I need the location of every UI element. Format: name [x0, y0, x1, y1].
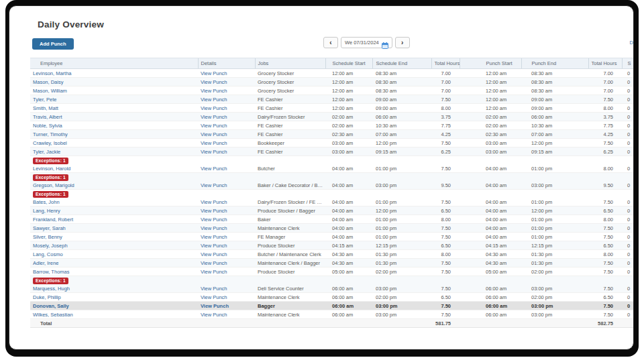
- date-field[interactable]: We 07/31/2024: [341, 37, 392, 48]
- view-punch-link[interactable]: View Punch: [201, 269, 227, 275]
- table-row[interactable]: Tyler, JackieView PunchFE Cashier03:00 a…: [30, 147, 634, 156]
- column-header-punch-total-hours[interactable]: Total Hours: [588, 58, 622, 69]
- table-row[interactable]: Lang, CosmoView PunchButcher / Maintenan…: [30, 250, 634, 259]
- column-header-employee[interactable]: Employee: [30, 58, 198, 69]
- employee-link[interactable]: Smith, Matt: [33, 105, 58, 111]
- view-punch-link[interactable]: View Punch: [201, 149, 227, 155]
- view-punch-link[interactable]: View Punch: [201, 294, 227, 300]
- schedule-total-cell: 7.50: [431, 302, 460, 310]
- table-row[interactable]: Lang, HenryView PunchProduce Stocker / B…: [30, 206, 634, 215]
- employee-link[interactable]: Levinson, Martha: [33, 70, 72, 76]
- employee-link[interactable]: Sawyer, Sarah: [33, 225, 66, 231]
- next-day-button[interactable]: ›: [395, 37, 410, 48]
- schedule-end-cell: 01:00 pm: [372, 233, 431, 241]
- view-punch-link[interactable]: View Punch: [201, 166, 227, 172]
- column-header-jobs[interactable]: Jobs: [255, 58, 325, 69]
- employee-link[interactable]: Mosely, Joseph: [33, 243, 68, 249]
- employee-link[interactable]: Crawley, Isobel: [33, 140, 67, 146]
- employee-link[interactable]: Turner, Timothy: [33, 131, 68, 137]
- table-row[interactable]: Crawley, IsobelView PunchBookkeeper03:00…: [30, 139, 634, 147]
- table-row[interactable]: Noble, SylviaView PunchFE Cashier02:00 a…: [30, 121, 634, 130]
- employee-link[interactable]: Tyler, Pete: [33, 97, 56, 103]
- table-row[interactable]: Turner, TimothyView PunchFE Cashier02:30…: [30, 130, 634, 139]
- employee-link[interactable]: Barrow, Thomas: [33, 269, 69, 275]
- table-row[interactable]: Silver, BennyView PunchFE Manager04:00 a…: [30, 233, 634, 241]
- view-punch-link[interactable]: View Punch: [201, 105, 227, 111]
- calendar-icon[interactable]: [382, 40, 388, 46]
- table-row[interactable]: Duke, PhillipView PunchMaintenance Clerk…: [30, 293, 634, 302]
- employee-link[interactable]: Marquess, Hugh: [33, 286, 70, 292]
- column-header-punch-end[interactable]: Punch End: [521, 58, 588, 69]
- punch-end-cell: 03:00 pm: [521, 173, 588, 190]
- schedule-end-cell: 03:00 pm: [372, 302, 431, 310]
- view-punch-link[interactable]: View Punch: [201, 79, 227, 85]
- view-punch-link[interactable]: View Punch: [201, 70, 227, 76]
- employee-link[interactable]: Mason, William: [33, 88, 67, 94]
- view-punch-link[interactable]: View Punch: [201, 303, 229, 309]
- add-punch-button[interactable]: Add Punch: [32, 38, 74, 50]
- employee-link[interactable]: Tyler, Jackie: [33, 149, 60, 155]
- table-row[interactable]: Wilkes, SebastianView PunchMaintenance C…: [30, 310, 634, 319]
- schedule-start-cell: 02:00 am: [325, 113, 372, 121]
- view-punch-link[interactable]: View Punch: [201, 260, 227, 266]
- table-row[interactable]: Barrow, ThomasView PunchProduce Stocker0…: [30, 267, 634, 276]
- table-row[interactable]: Exceptions: 1Marquess, HughView PunchDel…: [30, 276, 634, 293]
- employee-link[interactable]: Lang, Cosmo: [33, 251, 63, 257]
- column-header-total-hours[interactable]: Total Hours: [431, 58, 460, 69]
- view-punch-link[interactable]: View Punch: [201, 199, 227, 205]
- view-punch-link[interactable]: View Punch: [201, 140, 227, 146]
- view-punch-link[interactable]: View Punch: [201, 234, 227, 240]
- punch-end-cell: 12:15 pm: [521, 241, 588, 250]
- employee-link[interactable]: Donovan, Sally: [33, 303, 69, 309]
- view-punch-link[interactable]: View Punch: [201, 243, 227, 249]
- employee-link[interactable]: Mason, Daisy: [33, 79, 63, 85]
- table-row[interactable]: Exceptions: 1Levinson, HaroldView PunchB…: [30, 156, 634, 173]
- column-header-clipped-col[interactable]: S: [622, 58, 634, 69]
- view-punch-link[interactable]: View Punch: [201, 114, 227, 120]
- prev-day-button[interactable]: ‹: [323, 37, 338, 48]
- table-row[interactable]: Mason, WilliamView PunchGrocery Stocker1…: [30, 86, 634, 95]
- punch-start-cell: 04:00 am: [460, 173, 521, 190]
- table-row[interactable]: Frankland, RobertView PunchBaker04:00 am…: [30, 215, 634, 224]
- view-punch-link[interactable]: View Punch: [201, 88, 227, 94]
- view-punch-link[interactable]: View Punch: [201, 251, 227, 257]
- view-punch-link[interactable]: View Punch: [201, 217, 227, 223]
- view-punch-link[interactable]: View Punch: [201, 286, 227, 292]
- employee-link[interactable]: Wilkes, Sebastian: [33, 312, 73, 318]
- table-row[interactable]: Smith, MattView PunchFE Cashier12:00 am0…: [30, 104, 634, 113]
- table-row[interactable]: Donovan, SallyView PunchBagger06:00 am03…: [30, 302, 634, 310]
- employee-link[interactable]: Adler, Irene: [33, 260, 58, 266]
- column-header-punch-start[interactable]: Punch Start: [460, 58, 521, 69]
- table-row[interactable]: Tyler, PeteView PunchFE Cashier12:00 am0…: [30, 95, 634, 104]
- employee-link[interactable]: Travis, Albert: [33, 114, 62, 120]
- employee-link[interactable]: Gregson, Marigold: [33, 182, 74, 188]
- table-row[interactable]: Exceptions: 1Gregson, MarigoldView Punch…: [30, 173, 634, 190]
- employee-link[interactable]: Silver, Benny: [33, 234, 62, 240]
- column-header-schedule-start[interactable]: Schedule Start: [325, 58, 372, 69]
- employee-link[interactable]: Frankland, Robert: [33, 217, 73, 223]
- table-row[interactable]: Adler, IreneView PunchMaintenance Clerk …: [30, 259, 634, 267]
- employee-link[interactable]: Bates, John: [33, 199, 60, 205]
- column-header-schedule-end[interactable]: Schedule End: [372, 58, 431, 69]
- view-punch-link[interactable]: View Punch: [201, 97, 227, 103]
- table-row[interactable]: Travis, AlbertView PunchDairy/Frozen Sto…: [30, 113, 634, 121]
- clipped-cell: 0: [622, 104, 634, 113]
- table-row[interactable]: Levinson, MarthaView PunchGrocery Stocke…: [30, 69, 634, 78]
- column-header-details[interactable]: Details: [198, 58, 255, 69]
- employee-link[interactable]: Noble, Sylvia: [33, 123, 62, 129]
- view-punch-link[interactable]: View Punch: [201, 312, 227, 318]
- view-punch-link[interactable]: View Punch: [201, 208, 227, 214]
- view-punch-link[interactable]: View Punch: [201, 182, 227, 188]
- employee-link[interactable]: Lang, Henry: [33, 208, 60, 214]
- view-punch-link[interactable]: View Punch: [201, 123, 227, 129]
- table-row[interactable]: Mosely, JosephView PunchProduce Stocker0…: [30, 241, 634, 250]
- view-punch-link[interactable]: View Punch: [201, 225, 227, 231]
- table-row[interactable]: Mason, DaisyView PunchGrocery Stocker12:…: [30, 78, 634, 86]
- table-row[interactable]: Sawyer, SarahView PunchMaintenance Clerk…: [30, 224, 634, 233]
- employee-link[interactable]: Duke, Phillip: [33, 294, 61, 300]
- employee-link[interactable]: Levinson, Harold: [33, 166, 70, 172]
- view-punch-link[interactable]: View Punch: [201, 131, 227, 137]
- table-row[interactable]: Exceptions: 1Bates, JohnView PunchDairy/…: [30, 190, 634, 206]
- corner-link-clipped[interactable]: De: [629, 40, 634, 46]
- schedule-start-cell: 04:00 am: [325, 224, 372, 233]
